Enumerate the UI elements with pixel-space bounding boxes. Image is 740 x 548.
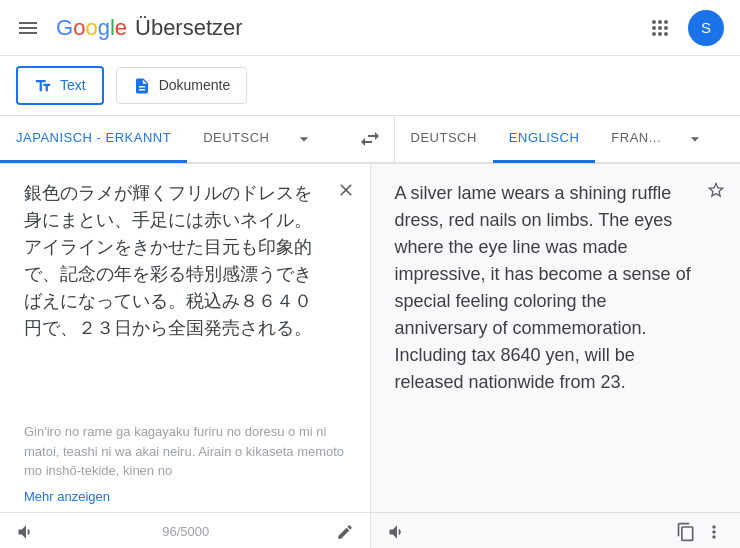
main-content: 銀色のラメが輝くフリルのドレスを身にまとい、手足には赤いネイル。アイラインをきか…	[0, 164, 740, 548]
header: Google Übersetzer S	[0, 0, 740, 56]
source-lang-item[interactable]: JAPANISCH - ERKANNT	[0, 115, 187, 163]
char-count: 96/5000	[44, 524, 328, 539]
swap-button[interactable]	[346, 115, 394, 163]
target-lang-french[interactable]: FRAN...	[595, 115, 677, 163]
right-panel: A silver lame wears a shining ruffle dre…	[371, 164, 741, 548]
mehr-anzeigen-link[interactable]: Mehr anzeigen	[0, 489, 370, 512]
target-lang-dropdown[interactable]	[677, 115, 713, 163]
target-lang-deutsch[interactable]: DEUTSCH	[395, 115, 493, 163]
doc-tab-icon	[133, 76, 151, 95]
star-button[interactable]	[706, 178, 726, 201]
toolbar: Text Dokumente	[0, 56, 740, 116]
right-sound-icon[interactable]	[387, 521, 407, 542]
left-panel: 銀色のラメが輝くフリルのドレスを身にまとい、手足には赤いネイル。アイラインをきか…	[0, 164, 371, 548]
language-bar: JAPANISCH - ERKANNT DEUTSCH DEUTSCH ENGL…	[0, 116, 740, 164]
clear-button[interactable]	[336, 178, 356, 201]
target-lang-section: DEUTSCH ENGLISCH FRAN...	[395, 115, 741, 163]
grid-icon[interactable]	[640, 7, 680, 48]
header-left: Google Übersetzer	[16, 15, 243, 41]
more-options-icon[interactable]	[704, 521, 724, 542]
translation-text: A silver lame wears a shining ruffle dre…	[371, 164, 741, 512]
target-lang-english[interactable]: ENGLISCH	[493, 115, 595, 163]
avatar[interactable]: S	[688, 10, 724, 46]
doc-tab-label: Dokumente	[159, 77, 231, 93]
header-right: S	[640, 7, 724, 48]
text-tab-icon	[34, 76, 52, 95]
source-romanized: Gin'iro no rame ga kagayaku furiru no do…	[0, 414, 370, 489]
source-text[interactable]: 銀色のラメが輝くフリルのドレスを身にまとい、手足には赤いネイル。アイラインをきか…	[0, 164, 370, 414]
source-lang-deutsch[interactable]: DEUTSCH	[187, 115, 285, 163]
source-lang-section: JAPANISCH - ERKANNT DEUTSCH	[0, 115, 346, 163]
edit-icon[interactable]	[336, 521, 354, 542]
left-footer: 96/5000	[0, 512, 370, 548]
dokumente-tab-button[interactable]: Dokumente	[116, 67, 248, 104]
right-translation-area: A silver lame wears a shining ruffle dre…	[371, 164, 741, 512]
hamburger-icon[interactable]	[16, 15, 40, 40]
logo: Google Übersetzer	[56, 15, 243, 41]
copy-icon[interactable]	[676, 521, 696, 542]
text-tab-button[interactable]: Text	[16, 66, 104, 105]
app-title: Übersetzer	[135, 15, 243, 41]
source-lang-dropdown[interactable]	[286, 115, 322, 163]
text-tab-label: Text	[60, 77, 86, 93]
right-footer	[371, 512, 741, 548]
left-sound-icon[interactable]	[16, 521, 36, 542]
